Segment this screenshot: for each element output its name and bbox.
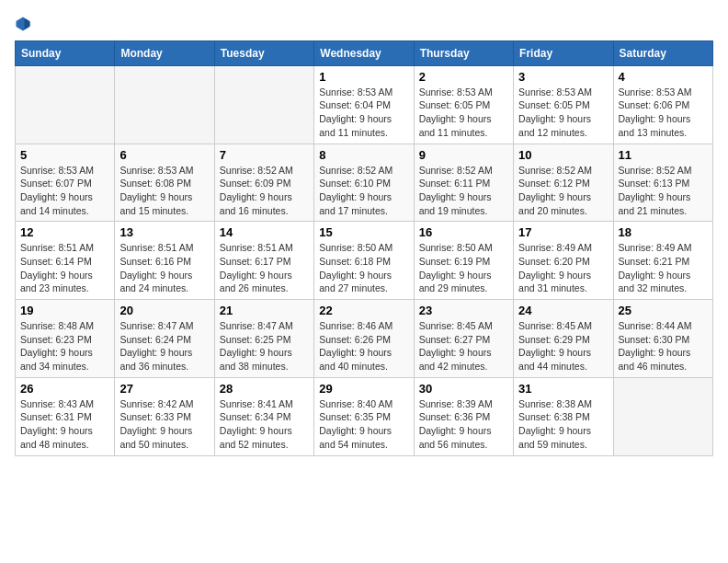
day-number: 17	[518, 225, 608, 239]
day-info: Sunrise: 8:39 AM Sunset: 6:36 PM Dayligh…	[419, 397, 508, 452]
day-info: Sunrise: 8:53 AM Sunset: 6:04 PM Dayligh…	[319, 86, 408, 140]
day-number: 26	[20, 382, 109, 396]
calendar-cell: 26Sunrise: 8:43 AM Sunset: 6:31 PM Dayli…	[16, 377, 115, 455]
day-info: Sunrise: 8:49 AM Sunset: 6:21 PM Dayligh…	[619, 241, 708, 295]
calendar-cell: 22Sunrise: 8:46 AM Sunset: 6:26 PM Dayli…	[314, 300, 414, 378]
day-number: 1	[319, 70, 408, 84]
day-info: Sunrise: 8:45 AM Sunset: 6:29 PM Dayligh…	[518, 319, 608, 373]
day-number: 31	[518, 382, 608, 396]
calendar-cell	[214, 65, 313, 144]
day-number: 27	[119, 382, 209, 396]
day-header-wednesday: Wednesday	[314, 40, 414, 65]
day-info: Sunrise: 8:51 AM Sunset: 6:16 PM Dayligh…	[119, 241, 209, 295]
calendar-cell: 28Sunrise: 8:41 AM Sunset: 6:34 PM Dayli…	[214, 377, 313, 455]
day-number: 4	[619, 70, 708, 84]
day-info: Sunrise: 8:50 AM Sunset: 6:19 PM Dayligh…	[419, 241, 508, 295]
day-info: Sunrise: 8:42 AM Sunset: 6:33 PM Dayligh…	[119, 397, 209, 452]
calendar-cell: 20Sunrise: 8:47 AM Sunset: 6:24 PM Dayli…	[115, 300, 214, 378]
calendar-week-5: 26Sunrise: 8:43 AM Sunset: 6:31 PM Dayli…	[16, 377, 713, 455]
calendar-cell: 7Sunrise: 8:52 AM Sunset: 6:09 PM Daylig…	[214, 144, 313, 222]
calendar-header: SundayMondayTuesdayWednesdayThursdayFrid…	[16, 40, 713, 65]
day-header-tuesday: Tuesday	[214, 40, 313, 65]
day-number: 12	[20, 225, 109, 239]
calendar-cell: 30Sunrise: 8:39 AM Sunset: 6:36 PM Dayli…	[414, 377, 513, 455]
day-number: 9	[419, 148, 508, 162]
day-info: Sunrise: 8:53 AM Sunset: 6:08 PM Dayligh…	[119, 164, 209, 218]
day-number: 5	[20, 148, 109, 162]
calendar-week-2: 5Sunrise: 8:53 AM Sunset: 6:07 PM Daylig…	[16, 144, 713, 222]
calendar-table: SundayMondayTuesdayWednesdayThursdayFrid…	[15, 40, 713, 456]
calendar-cell: 4Sunrise: 8:53 AM Sunset: 6:06 PM Daylig…	[613, 65, 712, 144]
calendar-cell: 23Sunrise: 8:45 AM Sunset: 6:27 PM Dayli…	[414, 300, 513, 378]
calendar-cell: 3Sunrise: 8:53 AM Sunset: 6:05 PM Daylig…	[514, 65, 613, 144]
day-info: Sunrise: 8:51 AM Sunset: 6:17 PM Dayligh…	[220, 241, 309, 295]
calendar-cell: 16Sunrise: 8:50 AM Sunset: 6:19 PM Dayli…	[414, 222, 513, 300]
day-header-saturday: Saturday	[613, 40, 712, 65]
day-number: 3	[518, 70, 608, 84]
day-number: 13	[119, 225, 209, 239]
calendar-cell: 12Sunrise: 8:51 AM Sunset: 6:14 PM Dayli…	[16, 222, 115, 300]
calendar-cell: 5Sunrise: 8:53 AM Sunset: 6:07 PM Daylig…	[16, 144, 115, 222]
calendar-cell: 2Sunrise: 8:53 AM Sunset: 6:05 PM Daylig…	[414, 65, 513, 144]
day-info: Sunrise: 8:38 AM Sunset: 6:38 PM Dayligh…	[518, 397, 608, 452]
calendar-cell: 25Sunrise: 8:44 AM Sunset: 6:30 PM Dayli…	[613, 300, 712, 378]
calendar-cell: 10Sunrise: 8:52 AM Sunset: 6:12 PM Dayli…	[514, 144, 613, 222]
day-info: Sunrise: 8:41 AM Sunset: 6:34 PM Dayligh…	[220, 397, 309, 452]
day-info: Sunrise: 8:43 AM Sunset: 6:31 PM Dayligh…	[20, 397, 109, 452]
day-number: 29	[319, 382, 408, 396]
day-info: Sunrise: 8:40 AM Sunset: 6:35 PM Dayligh…	[319, 397, 408, 452]
page-header	[15, 15, 713, 33]
day-number: 7	[220, 148, 309, 162]
day-number: 19	[20, 304, 109, 317]
day-number: 20	[119, 304, 209, 317]
day-number: 24	[518, 304, 608, 317]
calendar-cell: 21Sunrise: 8:47 AM Sunset: 6:25 PM Dayli…	[214, 300, 313, 378]
calendar-cell: 15Sunrise: 8:50 AM Sunset: 6:18 PM Dayli…	[314, 222, 414, 300]
calendar-cell: 8Sunrise: 8:52 AM Sunset: 6:10 PM Daylig…	[314, 144, 414, 222]
day-info: Sunrise: 8:50 AM Sunset: 6:18 PM Dayligh…	[319, 241, 408, 295]
day-info: Sunrise: 8:46 AM Sunset: 6:26 PM Dayligh…	[319, 319, 408, 373]
day-info: Sunrise: 8:45 AM Sunset: 6:27 PM Dayligh…	[419, 319, 508, 373]
calendar-cell: 13Sunrise: 8:51 AM Sunset: 6:16 PM Dayli…	[115, 222, 214, 300]
calendar-cell	[16, 65, 115, 144]
calendar-week-4: 19Sunrise: 8:48 AM Sunset: 6:23 PM Dayli…	[16, 300, 713, 378]
day-number: 22	[319, 304, 408, 317]
calendar-cell: 18Sunrise: 8:49 AM Sunset: 6:21 PM Dayli…	[613, 222, 712, 300]
day-info: Sunrise: 8:52 AM Sunset: 6:10 PM Dayligh…	[319, 164, 408, 218]
calendar-week-3: 12Sunrise: 8:51 AM Sunset: 6:14 PM Dayli…	[16, 222, 713, 300]
day-number: 8	[319, 148, 408, 162]
day-info: Sunrise: 8:44 AM Sunset: 6:30 PM Dayligh…	[619, 319, 708, 373]
day-info: Sunrise: 8:51 AM Sunset: 6:14 PM Dayligh…	[20, 241, 109, 295]
day-number: 6	[119, 148, 209, 162]
calendar-body: 1Sunrise: 8:53 AM Sunset: 6:04 PM Daylig…	[16, 65, 713, 455]
calendar-cell: 29Sunrise: 8:40 AM Sunset: 6:35 PM Dayli…	[314, 377, 414, 455]
day-number: 25	[619, 304, 708, 317]
day-info: Sunrise: 8:49 AM Sunset: 6:20 PM Dayligh…	[518, 241, 608, 295]
day-info: Sunrise: 8:53 AM Sunset: 6:07 PM Dayligh…	[20, 164, 109, 218]
logo	[15, 15, 35, 33]
calendar-cell: 11Sunrise: 8:52 AM Sunset: 6:13 PM Dayli…	[613, 144, 712, 222]
day-number: 23	[419, 304, 508, 317]
day-number: 18	[619, 225, 708, 239]
day-info: Sunrise: 8:52 AM Sunset: 6:09 PM Dayligh…	[220, 164, 309, 218]
day-number: 15	[319, 225, 408, 239]
calendar-cell: 14Sunrise: 8:51 AM Sunset: 6:17 PM Dayli…	[214, 222, 313, 300]
day-number: 10	[518, 148, 608, 162]
calendar-cell: 31Sunrise: 8:38 AM Sunset: 6:38 PM Dayli…	[514, 377, 613, 455]
calendar-cell: 9Sunrise: 8:52 AM Sunset: 6:11 PM Daylig…	[414, 144, 513, 222]
day-number: 14	[220, 225, 309, 239]
calendar-cell: 27Sunrise: 8:42 AM Sunset: 6:33 PM Dayli…	[115, 377, 214, 455]
day-info: Sunrise: 8:53 AM Sunset: 6:05 PM Dayligh…	[419, 86, 508, 140]
calendar-cell: 6Sunrise: 8:53 AM Sunset: 6:08 PM Daylig…	[115, 144, 214, 222]
day-info: Sunrise: 8:47 AM Sunset: 6:24 PM Dayligh…	[119, 319, 209, 373]
calendar-week-1: 1Sunrise: 8:53 AM Sunset: 6:04 PM Daylig…	[16, 65, 713, 144]
day-number: 2	[419, 70, 508, 84]
day-info: Sunrise: 8:53 AM Sunset: 6:05 PM Dayligh…	[518, 86, 608, 140]
day-info: Sunrise: 8:48 AM Sunset: 6:23 PM Dayligh…	[20, 319, 109, 373]
calendar-cell	[613, 377, 712, 455]
day-header-row: SundayMondayTuesdayWednesdayThursdayFrid…	[16, 40, 713, 65]
day-header-sunday: Sunday	[16, 40, 115, 65]
day-info: Sunrise: 8:52 AM Sunset: 6:12 PM Dayligh…	[518, 164, 608, 218]
calendar-cell: 1Sunrise: 8:53 AM Sunset: 6:04 PM Daylig…	[314, 65, 414, 144]
calendar-cell: 17Sunrise: 8:49 AM Sunset: 6:20 PM Dayli…	[514, 222, 613, 300]
